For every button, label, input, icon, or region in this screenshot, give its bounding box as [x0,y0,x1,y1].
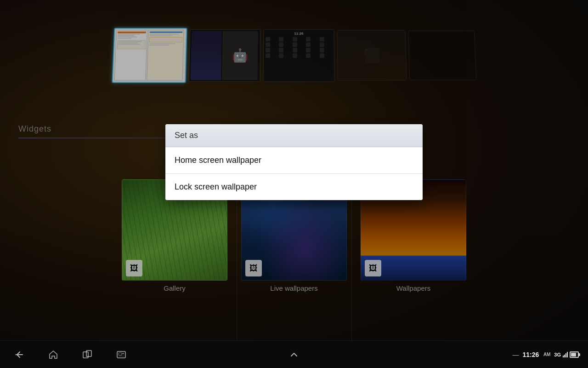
dialog-title: Set as [175,131,198,140]
lock-screen-wallpaper-option[interactable]: Lock screen wallpaper [165,174,423,200]
set-as-dialog: Set as Home screen wallpaper Lock screen… [165,124,423,200]
home-screen-wallpaper-option[interactable]: Home screen wallpaper [165,147,423,173]
nav-right-group: — 11:26 AM 3G [322,351,588,358]
recent-apps-button[interactable] [77,345,97,365]
svg-rect-3 [119,353,122,355]
status-am-pm: AM [543,352,550,357]
nav-left-group [0,345,266,365]
signal-3g-badge: 3G [554,352,561,357]
svg-rect-1 [86,351,91,356]
navigation-bar: — 11:26 AM 3G [0,340,588,368]
status-dash: — [513,351,519,358]
nav-center-group [266,345,322,365]
svg-rect-4 [122,353,124,354]
dialog-header: Set as [165,124,423,147]
svg-rect-0 [83,352,88,358]
back-button[interactable] [9,345,29,365]
screenshot-button[interactable] [111,345,131,365]
battery-icon [570,351,579,358]
status-time: 11:26 [523,351,539,358]
status-icons-group: 3G [554,351,579,358]
up-button[interactable] [284,345,304,365]
dialog-overlay: Set as Home screen wallpaper Lock screen… [0,0,588,368]
home-button[interactable] [43,345,63,365]
